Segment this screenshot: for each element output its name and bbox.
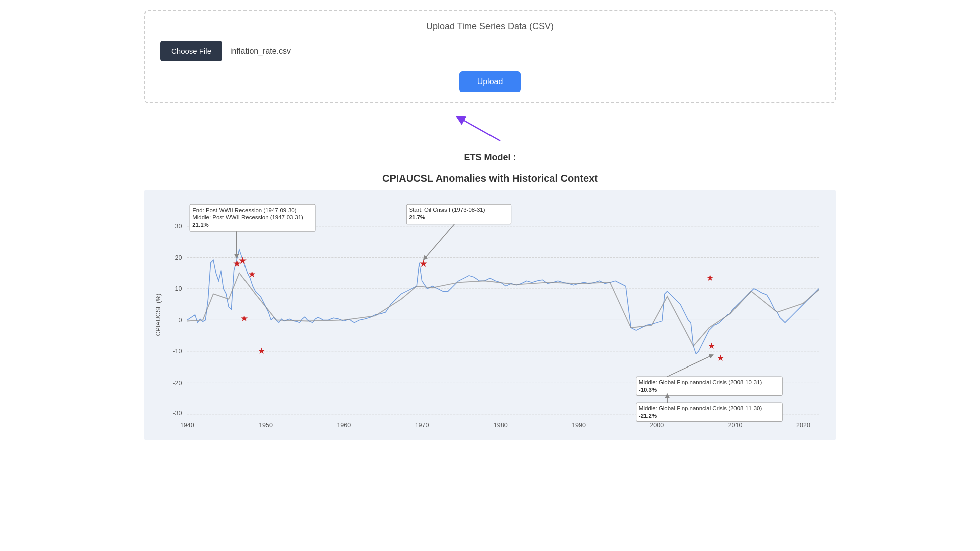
annotation-text-4b: -21.2% xyxy=(639,413,657,419)
anomaly-star-9: ★ xyxy=(717,353,724,363)
anomaly-star-6: ★ xyxy=(419,258,428,269)
y-axis-title: CPIAUCSL (%) xyxy=(155,294,162,336)
upload-section: Upload Time Series Data (CSV) Choose Fil… xyxy=(144,10,836,103)
y-label-neg30: -30 xyxy=(173,410,182,417)
annotation-text-1a: End: Post-WWII Recession (1947-09-30) xyxy=(192,207,296,213)
x-label-1940: 1940 xyxy=(180,422,194,429)
purple-arrow-icon xyxy=(450,113,510,143)
annotation-text-1b: Middle: Post-WWII Recession (1947-03-31) xyxy=(192,214,303,220)
annotation-text-4a: Middle: Global Finp.nanncial Crisis (200… xyxy=(639,405,762,411)
anomaly-star-7: ★ xyxy=(706,273,714,283)
file-row: Choose File inflation_rate.csv xyxy=(160,41,820,61)
x-label-1950: 1950 xyxy=(259,422,273,429)
annotation-text-2b: 21.7% xyxy=(409,214,425,220)
ets-label: ETS Model : xyxy=(10,152,970,163)
x-label-1980: 1980 xyxy=(494,422,508,429)
x-label-2020: 2020 xyxy=(796,422,810,429)
anomaly-star-3: ★ xyxy=(240,314,248,323)
x-label-2000: 2000 xyxy=(650,422,664,429)
anomaly-star-5: ★ xyxy=(258,346,265,356)
y-label-0: 0 xyxy=(178,317,182,324)
anomaly-star-2: ★ xyxy=(238,255,247,266)
annotation-text-2a: Start: Oil Crisis I (1973-08-31) xyxy=(409,207,485,213)
upload-button[interactable]: Upload xyxy=(459,71,521,92)
y-label-neg20: -20 xyxy=(173,380,182,387)
choose-file-button[interactable]: Choose File xyxy=(160,41,222,61)
chart-area: 30 20 10 0 -10 -20 -30 CPIAUCSL (%) 1940… xyxy=(144,190,836,440)
annotation-text-3b: -10.3% xyxy=(639,387,657,393)
y-label-20: 20 xyxy=(175,254,182,261)
x-label-1990: 1990 xyxy=(572,422,586,429)
anomaly-chart: 30 20 10 0 -10 -20 -30 CPIAUCSL (%) 1940… xyxy=(144,190,836,440)
anomaly-star-4: ★ xyxy=(248,270,256,279)
x-label-1970: 1970 xyxy=(415,422,429,429)
file-name-label: inflation_rate.csv xyxy=(230,47,291,56)
anomaly-star-8: ★ xyxy=(708,341,715,351)
y-label-10: 10 xyxy=(175,285,182,292)
upload-title: Upload Time Series Data (CSV) xyxy=(160,21,820,32)
y-label-30: 30 xyxy=(175,223,182,230)
x-label-2010: 2010 xyxy=(728,422,743,429)
upload-btn-row: Upload xyxy=(160,71,820,92)
chart-title: CPIAUCSL Anomalies with Historical Conte… xyxy=(10,173,970,185)
annotation-text-3a: Middle: Global Finp.nanncial Crisis (200… xyxy=(639,379,762,385)
annotation-text-1c: 21.1% xyxy=(192,222,208,228)
y-label-neg10: -10 xyxy=(173,348,182,355)
x-label-1960: 1960 xyxy=(337,422,351,429)
svg-line-0 xyxy=(460,118,500,141)
